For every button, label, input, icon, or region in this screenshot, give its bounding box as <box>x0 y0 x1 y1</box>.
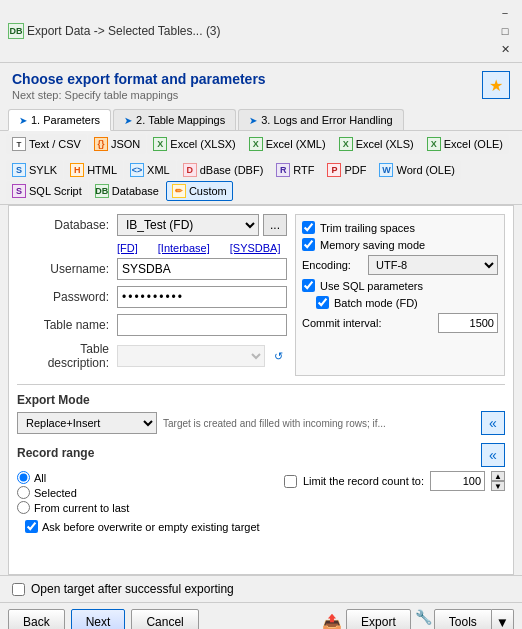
limit-input[interactable] <box>430 471 485 491</box>
format-pdf[interactable]: P PDF <box>321 160 372 180</box>
memory-saving-label: Memory saving mode <box>320 239 425 251</box>
format-text-csv[interactable]: T Text / CSV <box>6 134 87 154</box>
tab-table-mappings[interactable]: ➤ 2. Table Mappings <box>113 109 236 130</box>
export-button[interactable]: Export <box>346 609 411 629</box>
footer-right: 📤 Export 🔧 Tools ▼ <box>322 609 514 629</box>
format-excel-ole[interactable]: X Excel (OLE) <box>421 134 509 154</box>
record-range-collapse-button[interactable]: « <box>481 443 505 467</box>
username-input[interactable] <box>117 258 287 280</box>
radio-all-row: All <box>17 471 129 484</box>
word-ole-icon: W <box>379 163 393 177</box>
back-button[interactable]: Back <box>8 609 65 629</box>
table-name-label: Table name: <box>17 318 117 332</box>
page-title: Choose export format and parameters <box>12 71 266 87</box>
db-links-row: [FD] [Interbase] [SYSDBA] <box>17 242 287 254</box>
memory-saving-row: Memory saving mode <box>302 238 498 251</box>
limit-spin-up[interactable]: ▲ <box>491 471 505 481</box>
export-mode-title: Export Mode <box>17 393 505 407</box>
open-after-export-checkbox[interactable] <box>12 583 25 596</box>
app-icon: DB <box>8 23 24 39</box>
limit-label: Limit the record count to: <box>303 475 424 487</box>
format-dbase[interactable]: D dBase (DBF) <box>177 160 270 180</box>
radio-from-current-label: From current to last <box>34 502 129 514</box>
batch-mode-checkbox[interactable] <box>316 296 329 309</box>
format-html[interactable]: H HTML <box>64 160 123 180</box>
cancel-button[interactable]: Cancel <box>131 609 198 629</box>
format-excel-xls[interactable]: X Excel (XLS) <box>333 134 420 154</box>
excel-xml-icon: X <box>249 137 263 151</box>
export-mode-row: Replace+Insert Insert Update Delete Targ… <box>17 411 505 435</box>
db-link-sysdba[interactable]: [SYSDBA] <box>230 242 281 254</box>
format-excel-xml[interactable]: X Excel (XML) <box>243 134 332 154</box>
format-xml[interactable]: <> XML <box>124 160 176 180</box>
password-label: Password: <box>17 290 117 304</box>
limit-checkbox[interactable] <box>284 475 297 488</box>
limit-spinners: ▲ ▼ <box>491 471 505 491</box>
database-ellipsis-button[interactable]: ... <box>263 214 287 236</box>
record-range-bottom: All Selected From current to last Limit … <box>17 471 505 514</box>
password-input[interactable] <box>117 286 287 308</box>
minimize-button[interactable]: − <box>496 4 514 22</box>
footer: Back Next Cancel 📤 Export 🔧 Tools ▼ <box>0 602 522 629</box>
tab-parameters[interactable]: ➤ 1. Parameters <box>8 109 111 131</box>
database-icon: DB <box>95 184 109 198</box>
trim-trailing-spaces-checkbox[interactable] <box>302 221 315 234</box>
right-panel: Trim trailing spaces Memory saving mode … <box>295 214 505 376</box>
format-custom[interactable]: ✏ Custom <box>166 181 233 201</box>
radio-group: All Selected From current to last <box>17 471 129 514</box>
title-bar-text: Export Data -> Selected Tables... (3) <box>27 24 496 38</box>
pdf-icon: P <box>327 163 341 177</box>
maximize-button[interactable]: □ <box>496 22 514 40</box>
table-name-input[interactable] <box>117 314 287 336</box>
table-description-reset-button[interactable]: ↺ <box>269 347 287 365</box>
format-word-ole[interactable]: W Word (OLE) <box>373 160 460 180</box>
format-rtf[interactable]: R RTF <box>270 160 320 180</box>
tab-arrow-icon-3: ➤ <box>249 115 257 126</box>
batch-mode-row: Batch mode (FD) <box>316 296 498 309</box>
database-select[interactable]: IB_Test (FD) <box>117 214 259 236</box>
tab-parameters-label: 1. Parameters <box>31 114 100 126</box>
table-description-row: Table description: ↺ <box>17 342 287 370</box>
format-excel-xlsx[interactable]: X Excel (XLSX) <box>147 134 241 154</box>
format-sql-script[interactable]: S SQL Script <box>6 181 88 201</box>
ask-overwrite-row: Ask before overwrite or empty existing t… <box>25 520 497 533</box>
encoding-select[interactable]: UTF-8 UTF-16 ASCII <box>368 255 498 275</box>
radio-selected[interactable] <box>17 486 30 499</box>
next-button[interactable]: Next <box>71 609 126 629</box>
sylk-icon: S <box>12 163 26 177</box>
json-icon: {} <box>94 137 108 151</box>
export-mode-select[interactable]: Replace+Insert Insert Update Delete <box>17 412 157 434</box>
ask-overwrite-checkbox[interactable] <box>25 520 38 533</box>
format-database[interactable]: DB Database <box>89 181 165 201</box>
table-description-select[interactable] <box>117 345 265 367</box>
memory-saving-checkbox[interactable] <box>302 238 315 251</box>
radio-all[interactable] <box>17 471 30 484</box>
tools-icon: 🔧 <box>415 609 432 629</box>
commit-interval-input[interactable] <box>438 313 498 333</box>
excel-ole-icon: X <box>427 137 441 151</box>
open-after-export-label: Open target after successful exporting <box>31 582 234 596</box>
tools-button[interactable]: Tools <box>434 609 492 629</box>
username-label: Username: <box>17 262 117 276</box>
format-sylk[interactable]: S SYLK <box>6 160 63 180</box>
record-range-title: Record range <box>17 446 94 460</box>
text-csv-icon: T <box>12 137 26 151</box>
db-link-interbase[interactable]: [Interbase] <box>158 242 210 254</box>
db-link-fd[interactable]: [FD] <box>117 242 138 254</box>
tab-logs[interactable]: ➤ 3. Logs and Error Handling <box>238 109 403 130</box>
tab-table-mappings-label: 2. Table Mappings <box>136 114 225 126</box>
radio-from-current[interactable] <box>17 501 30 514</box>
sql-script-icon: S <box>12 184 26 198</box>
limit-spin-down[interactable]: ▼ <box>491 481 505 491</box>
custom-icon: ✏ <box>172 184 186 198</box>
star-button[interactable]: ★ <box>482 71 510 99</box>
tools-dropdown-button[interactable]: ▼ <box>492 609 514 629</box>
export-mode-collapse-button[interactable]: « <box>481 411 505 435</box>
radio-selected-label: Selected <box>34 487 77 499</box>
close-button[interactable]: ✕ <box>496 40 514 58</box>
record-range-header: Record range « <box>17 443 505 467</box>
format-json[interactable]: {} JSON <box>88 134 146 154</box>
radio-selected-row: Selected <box>17 486 129 499</box>
tab-arrow-icon: ➤ <box>19 115 27 126</box>
use-sql-params-checkbox[interactable] <box>302 279 315 292</box>
